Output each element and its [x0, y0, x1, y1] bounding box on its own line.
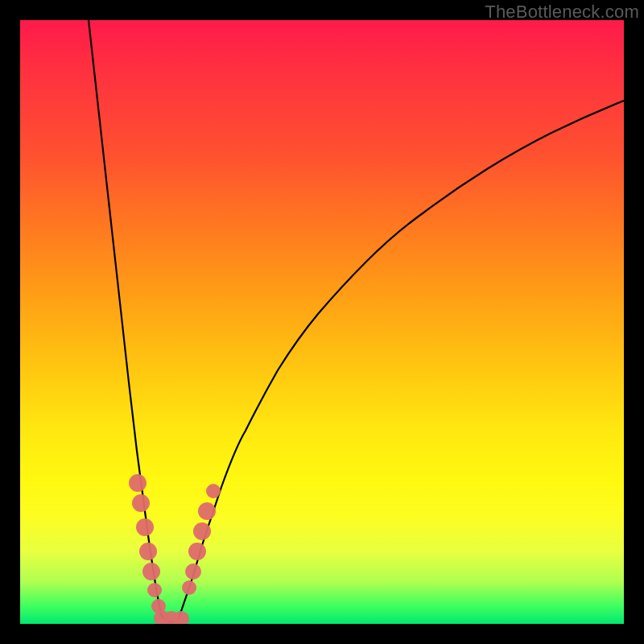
data-marker [136, 518, 154, 536]
data-marker [188, 543, 206, 560]
data-marker [142, 563, 160, 580]
data-marker [139, 543, 157, 560]
curve-right-branch [180, 101, 624, 616]
data-marker [129, 474, 147, 492]
data-marker [147, 583, 162, 597]
data-marker [185, 564, 201, 580]
marker-group [129, 474, 221, 624]
watermark-text: TheBottleneck.com [485, 2, 639, 23]
data-marker [182, 580, 196, 595]
chart-frame: TheBottleneck.com [0, 0, 644, 644]
bottleneck-curve [20, 20, 624, 624]
data-marker [198, 502, 216, 520]
data-marker [132, 494, 150, 512]
plot-area [20, 20, 624, 624]
data-marker [193, 522, 211, 540]
data-marker [206, 484, 221, 498]
